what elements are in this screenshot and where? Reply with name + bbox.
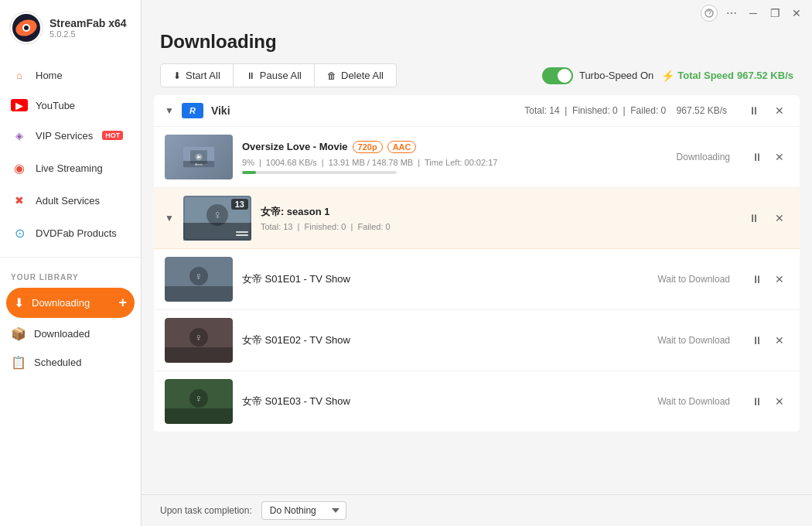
restore-btn[interactable]: ❐ xyxy=(767,5,783,21)
vip-icon: ◈ xyxy=(11,127,28,144)
pause-all-btn[interactable]: ⏸ Pause All xyxy=(234,63,315,87)
ep1-thumb: ♀ xyxy=(165,257,233,302)
delete-all-btn[interactable]: 🗑 Delete All xyxy=(315,63,397,87)
season-pause-btn[interactable]: ⏸ xyxy=(744,210,764,226)
season-title: 女帝: season 1 xyxy=(261,205,725,219)
ep3-thumb-img: ♀ xyxy=(165,379,233,424)
ep3-info: 女帝 S01E03 - TV Show xyxy=(242,394,648,408)
turbo-section: Turbo-Speed On ⚡ Total Speed 967.52 KB/s xyxy=(542,67,793,84)
app-menu-btn[interactable] xyxy=(701,5,718,22)
bolt-icon: ⚡ xyxy=(661,70,674,82)
item-close-btn[interactable]: ✕ xyxy=(770,149,789,165)
menu-dots-btn[interactable]: ⋯ xyxy=(724,5,739,21)
progress-row: 9% | 1004.68 KB/s | 13.91 MB / 148.78 MB… xyxy=(242,158,667,167)
svg-point-6 xyxy=(708,15,709,16)
sidebar-item-home[interactable]: ⌂ Home xyxy=(0,59,141,91)
close-btn[interactable]: ✕ xyxy=(789,5,804,21)
download-list: ▼ R Viki Total: 14 | Finished: 0 | Faile… xyxy=(142,95,812,494)
ep2-close-btn[interactable]: ✕ xyxy=(770,333,789,348)
sidebar-divider xyxy=(0,257,141,258)
svg-rect-28 xyxy=(165,408,233,424)
viki-chevron[interactable]: ▼ xyxy=(165,105,174,116)
library-item-downloading[interactable]: ⬇ Downloading + xyxy=(6,288,135,318)
completion-dropdown[interactable]: Do Nothing Shut Down Sleep Hibernate Exi… xyxy=(261,501,346,520)
svg-text:♀: ♀ xyxy=(195,331,203,343)
nav-youtube-label: YouTube xyxy=(36,100,75,111)
adult-icon: ✖ xyxy=(11,192,28,209)
percent-text: 9% xyxy=(242,158,254,167)
season-thumb-container: ♀ 13 xyxy=(183,196,251,241)
item-controls: ⏸ ✕ xyxy=(747,149,789,165)
ep1-thumb-img: ♀ xyxy=(165,257,233,302)
ep2-thumb: ♀ xyxy=(165,318,233,363)
start-all-btn[interactable]: ⬇ Start All xyxy=(160,63,234,87)
library-item-downloaded[interactable]: 📦 Downloaded xyxy=(0,319,141,348)
season-lines xyxy=(236,231,248,236)
sidebar: StreamFab x64 5.0.2.5 ⌂ Home ▶ YouTube ◈… xyxy=(0,0,142,526)
progress-bar xyxy=(242,171,397,174)
app-logo: StreamFab x64 5.0.2.5 xyxy=(0,0,141,56)
episode-s01e02: ♀ 女帝 S01E02 - TV Show Wait to Download ⏸… xyxy=(154,310,800,371)
ep1-close-btn[interactable]: ✕ xyxy=(770,272,789,287)
menu-icon xyxy=(705,9,714,18)
start-icon: ⬇ xyxy=(173,70,181,81)
item-pause-btn[interactable]: ⏸ xyxy=(747,149,767,165)
ep2-pause-btn[interactable]: ⏸ xyxy=(747,333,767,348)
titlebar: ⋯ ─ ❐ ✕ xyxy=(142,0,812,23)
viki-logo: R xyxy=(182,103,203,118)
sidebar-item-live[interactable]: ◉ Live Streaming xyxy=(0,152,141,184)
separator3: | xyxy=(418,158,420,167)
separator1: | xyxy=(259,158,261,167)
hot-badge: HOT xyxy=(102,131,123,140)
youtube-icon: ▶ xyxy=(11,99,28,111)
ep2-title: 女帝 S01E02 - TV Show xyxy=(242,333,648,347)
ep2-info: 女帝 S01E02 - TV Show xyxy=(242,333,648,347)
main-content: ⋯ ─ ❐ ✕ Downloading ⬇ Start All ⏸ Pause … xyxy=(142,0,812,526)
footer: Upon task completion: Do Nothing Shut Do… xyxy=(142,494,812,526)
sidebar-item-youtube[interactable]: ▶ YouTube xyxy=(0,91,141,119)
viki-group: ▼ R Viki Total: 14 | Finished: 0 | Faile… xyxy=(154,95,800,432)
nav-dvd-label: DVDFab Products xyxy=(36,227,117,239)
library-item-scheduled[interactable]: 📋 Scheduled xyxy=(0,348,141,377)
page-title: Downloading xyxy=(142,23,812,59)
app-name-block: StreamFab x64 5.0.2.5 xyxy=(49,17,127,39)
toggle-track[interactable] xyxy=(542,67,573,84)
season-controls: ⏸ ✕ xyxy=(744,210,789,226)
ep2-status: Wait to Download xyxy=(657,335,730,346)
svg-text:♀: ♀ xyxy=(195,392,203,405)
viki-stats: Total: 14 | Finished: 0 | Failed: 0 967.… xyxy=(524,105,727,116)
nav-vip-label: VIP Services xyxy=(36,130,93,142)
sidebar-item-dvd[interactable]: ⊙ DVDFab Products xyxy=(0,217,141,249)
season-chevron[interactable]: ▼ xyxy=(165,213,174,224)
viki-close-btn[interactable]: ✕ xyxy=(770,103,789,118)
add-download-btn[interactable]: + xyxy=(118,295,127,311)
ep3-close-btn[interactable]: ✕ xyxy=(770,394,789,409)
sidebar-item-adult[interactable]: ✖ Adult Services xyxy=(0,184,141,217)
ep1-status: Wait to Download xyxy=(657,274,730,285)
thumb-image: Movie xyxy=(165,135,233,179)
season1-group: ▼ ♀ 13 xyxy=(154,188,800,432)
delete-icon: 🗑 xyxy=(327,70,336,81)
toolbar: ⬇ Start All ⏸ Pause All 🗑 Delete All Tur… xyxy=(142,59,812,95)
ep3-pause-btn[interactable]: ⏸ xyxy=(747,394,767,409)
library-downloaded-label: Downloaded xyxy=(34,328,90,340)
turbo-toggle[interactable]: Turbo-Speed On xyxy=(542,67,653,84)
minimize-btn[interactable]: ─ xyxy=(745,5,761,21)
sidebar-item-vip[interactable]: ◈ VIP Services HOT xyxy=(0,119,141,152)
season-stats: Total: 13 | Finished: 0 | Failed: 0 xyxy=(261,222,725,231)
progress-fill xyxy=(242,171,256,174)
turbo-label: Turbo-Speed On xyxy=(579,70,653,81)
season-close-btn[interactable]: ✕ xyxy=(770,210,789,226)
downloaded-icon: 📦 xyxy=(11,326,26,341)
time-left: Time Left: 00:02:17 xyxy=(425,158,497,167)
live-icon: ◉ xyxy=(11,159,28,176)
ep3-status: Wait to Download xyxy=(657,396,730,407)
completion-label: Upon task completion: xyxy=(160,505,252,516)
delete-all-label: Delete All xyxy=(341,70,384,81)
size-text: 13.91 MB / 148.78 MB xyxy=(329,158,413,167)
viki-pause-btn[interactable]: ⏸ xyxy=(744,103,764,118)
episode-s01e03: ♀ 女帝 S01E03 - TV Show Wait to Download ⏸… xyxy=(154,371,800,432)
total-speed: ⚡ Total Speed 967.52 KB/s xyxy=(661,70,793,82)
ep1-title: 女帝 S01E01 - TV Show xyxy=(242,272,648,286)
ep1-pause-btn[interactable]: ⏸ xyxy=(747,272,767,287)
